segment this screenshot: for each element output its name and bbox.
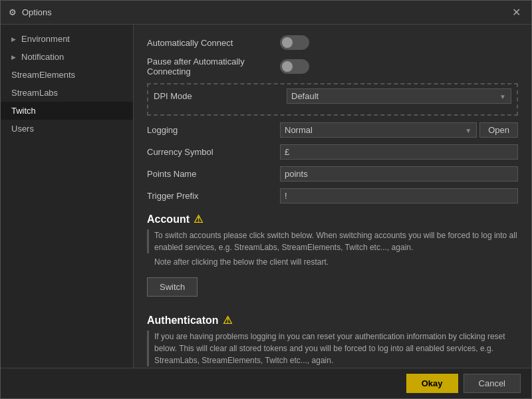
titlebar: ⚙ Options ✕ bbox=[1, 1, 531, 25]
dpi-mode-select-wrapper: Default System DPI Per Monitor DPI bbox=[287, 88, 511, 104]
points-row: Points Name bbox=[147, 166, 518, 182]
sidebar: Environment Notification StreamElements … bbox=[1, 25, 134, 368]
account-warning-icon: ⚠ bbox=[194, 213, 203, 225]
content-area: Environment Notification StreamElements … bbox=[1, 25, 531, 368]
cancel-button[interactable]: Cancel bbox=[464, 374, 521, 393]
pause-row: Pause after Automatically Connecting bbox=[147, 57, 518, 76]
auth-title-text: Authenticaton bbox=[147, 315, 219, 327]
points-input[interactable] bbox=[280, 166, 518, 182]
auto-connect-row: Automatically Connect bbox=[147, 35, 518, 50]
options-window: ⚙ Options ✕ Environment Notification Str… bbox=[0, 0, 532, 399]
open-log-button[interactable]: Open bbox=[479, 122, 518, 138]
logging-label: Logging bbox=[147, 125, 280, 135]
sidebar-item-streamelements-label: StreamElements bbox=[11, 70, 75, 80]
account-title-text: Account bbox=[147, 213, 190, 225]
trigger-input[interactable] bbox=[280, 188, 518, 203]
sidebar-item-streamlabs[interactable]: StreamLabs bbox=[1, 84, 133, 102]
pause-label: Pause after Automatically Connecting bbox=[147, 57, 280, 76]
account-note: Note after clicking the below the client… bbox=[147, 257, 518, 267]
currency-label: Currency Symbol bbox=[147, 147, 280, 157]
main-panel: Automatically Connect Pause after Automa… bbox=[134, 25, 531, 368]
pause-toggle-knob bbox=[282, 61, 293, 72]
sidebar-item-notification-label: Notification bbox=[21, 52, 64, 62]
auth-section-title: Authenticaton ⚠ bbox=[147, 314, 518, 327]
trigger-label: Trigger Prefix bbox=[147, 191, 280, 201]
sidebar-item-environment-label: Environment bbox=[21, 34, 70, 44]
sidebar-item-users-label: Users bbox=[11, 124, 34, 134]
titlebar-left: ⚙ Options bbox=[7, 7, 52, 18]
dpi-mode-label: DPI Mode bbox=[154, 91, 287, 101]
toggle-knob bbox=[282, 37, 293, 48]
auth-description: If you are having problems logging in yo… bbox=[147, 331, 518, 366]
auto-connect-toggle[interactable] bbox=[280, 35, 309, 50]
sidebar-item-environment[interactable]: Environment bbox=[1, 30, 133, 48]
sidebar-item-streamelements[interactable]: StreamElements bbox=[1, 66, 133, 84]
auth-warning-icon: ⚠ bbox=[223, 314, 232, 327]
dpi-mode-row: DPI Mode Default System DPI Per Monitor … bbox=[154, 88, 511, 104]
switch-button[interactable]: Switch bbox=[147, 277, 198, 297]
window-title: Options bbox=[22, 7, 52, 17]
sidebar-item-streamlabs-label: StreamLabs bbox=[11, 88, 58, 98]
logging-select[interactable]: Normal Debug Trace bbox=[280, 122, 477, 138]
sidebar-item-twitch[interactable]: Twitch bbox=[1, 102, 133, 120]
account-section-title: Account ⚠ bbox=[147, 213, 518, 225]
gear-icon: ⚙ bbox=[7, 7, 18, 18]
auto-connect-label: Automatically Connect bbox=[147, 38, 280, 48]
dpi-mode-select[interactable]: Default System DPI Per Monitor DPI bbox=[287, 88, 511, 104]
sidebar-item-users[interactable]: Users bbox=[1, 120, 133, 138]
trigger-row: Trigger Prefix bbox=[147, 188, 518, 203]
okay-button[interactable]: Okay bbox=[406, 374, 458, 393]
account-description: To switch accounts please click switch b… bbox=[147, 229, 518, 253]
close-button[interactable]: ✕ bbox=[508, 5, 525, 20]
logging-row: Logging Normal Debug Trace Open bbox=[147, 122, 518, 138]
currency-input[interactable] bbox=[280, 144, 518, 160]
dpi-section: DPI Mode Default System DPI Per Monitor … bbox=[147, 83, 518, 116]
currency-row: Currency Symbol bbox=[147, 144, 518, 160]
sidebar-item-notification[interactable]: Notification bbox=[1, 48, 133, 66]
pause-toggle[interactable] bbox=[280, 59, 309, 74]
sidebar-item-twitch-label: Twitch bbox=[11, 106, 36, 116]
footer: Okay Cancel bbox=[1, 368, 531, 398]
points-label: Points Name bbox=[147, 169, 280, 179]
logging-select-wrapper: Normal Debug Trace bbox=[280, 122, 477, 138]
